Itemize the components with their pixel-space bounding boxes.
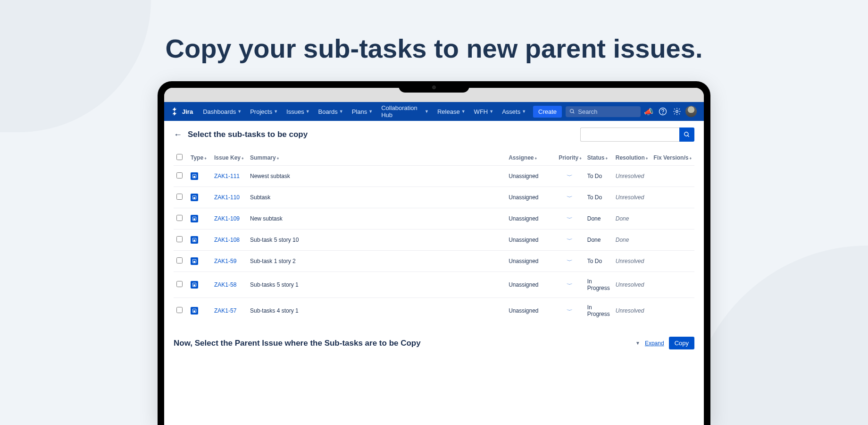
- priority-low-icon: ﹀: [567, 238, 573, 243]
- col-fix-version[interactable]: Fix Version/s♦: [651, 150, 694, 166]
- nav-boards[interactable]: Boards▼: [315, 106, 347, 118]
- priority-low-icon: ﹀: [567, 174, 573, 179]
- megaphone-icon[interactable]: 📣: [643, 104, 655, 119]
- sort-icon: ♦: [242, 156, 244, 161]
- jira-icon: [171, 107, 179, 116]
- assignee-text: Unassigned: [509, 258, 538, 264]
- status-text: Done: [587, 237, 601, 243]
- assignee-text: Unassigned: [509, 215, 538, 222]
- tablet-camera: [432, 85, 436, 89]
- top-nav: Jira Dashboards▼ Projects▼ Issues▼ Board…: [164, 102, 704, 121]
- issue-key-link[interactable]: ZAK1-59: [214, 258, 236, 264]
- row-checkbox[interactable]: [176, 215, 183, 221]
- nav-label: Collaboration Hub: [381, 104, 423, 119]
- app: Jira Dashboards▼ Projects▼ Issues▼ Board…: [164, 102, 704, 425]
- col-summary[interactable]: Summary♦: [247, 150, 506, 166]
- summary-text: Subtask: [250, 194, 270, 201]
- hero-title: Copy your sub-tasks to new parent issues…: [0, 33, 868, 64]
- resolution-text: Unresolved: [616, 173, 644, 179]
- issue-key-link[interactable]: ZAK1-111: [214, 173, 240, 179]
- status-text: To Do: [587, 173, 602, 179]
- resolution-text: Unresolved: [616, 258, 644, 264]
- sort-icon: ♦: [277, 156, 279, 161]
- nav-dashboards[interactable]: Dashboards▼: [200, 106, 245, 118]
- nav-plans[interactable]: Plans▼: [349, 106, 376, 118]
- summary-text: Newest subtask: [250, 173, 290, 179]
- row-checkbox[interactable]: [176, 281, 183, 287]
- col-resolution[interactable]: Resolution♦: [613, 150, 651, 166]
- sort-icon: ♦: [689, 156, 692, 161]
- summary-text: Sub-tasks 4 story 1: [250, 307, 299, 314]
- bg-shape-right: [689, 246, 868, 425]
- nav-label: Assets: [502, 108, 520, 115]
- nav-label: Issues: [286, 108, 304, 115]
- priority-low-icon: ﹀: [567, 308, 573, 314]
- back-arrow-icon[interactable]: ←: [174, 130, 182, 140]
- nav-projects[interactable]: Projects▼: [247, 106, 281, 118]
- resolution-text: Done: [616, 237, 629, 243]
- priority-low-icon: ﹀: [567, 216, 573, 221]
- nav-search-input[interactable]: [578, 108, 636, 115]
- chevron-down-icon: ▼: [274, 109, 278, 114]
- subtask-type-icon: [191, 236, 198, 244]
- page-search-button[interactable]: [679, 128, 694, 142]
- nav-label: Plans: [352, 108, 367, 115]
- copy-button[interactable]: Copy: [669, 337, 694, 349]
- nav-issues[interactable]: Issues▼: [283, 106, 313, 118]
- resolution-text: Unresolved: [616, 194, 644, 201]
- logo[interactable]: Jira: [171, 107, 193, 116]
- logo-text: Jira: [182, 108, 193, 115]
- col-status[interactable]: Status♦: [584, 150, 613, 166]
- chevron-down-icon: ▼: [306, 109, 310, 114]
- avatar[interactable]: [685, 104, 697, 119]
- summary-text: New subtask: [250, 215, 283, 222]
- chevron-down-icon: ▼: [522, 109, 526, 114]
- nav-collab-hub[interactable]: Collaboration Hub▼: [378, 102, 432, 121]
- col-issue-key[interactable]: Issue Key♦: [211, 150, 247, 166]
- issue-key-link[interactable]: ZAK1-108: [214, 237, 240, 243]
- table-row: ZAK1-57Sub-tasks 4 story 1Unassigned﹀In …: [174, 298, 694, 324]
- col-assignee[interactable]: Assignee♦: [506, 150, 556, 166]
- chevron-down-icon: ▼: [237, 109, 242, 114]
- row-checkbox[interactable]: [176, 172, 183, 178]
- page-search: [580, 128, 694, 142]
- sort-icon: ♦: [605, 156, 608, 161]
- status-text: Done: [587, 215, 601, 222]
- footer-row: Now, Select the Parent Issue where the S…: [174, 337, 694, 349]
- gear-icon[interactable]: [671, 104, 683, 119]
- subtask-table: Type♦ Issue Key♦ Summary♦ Assignee♦ Prio…: [174, 150, 694, 323]
- col-priority[interactable]: Priority♦: [556, 150, 584, 166]
- subtask-type-icon: [191, 281, 198, 289]
- issue-key-link[interactable]: ZAK1-58: [214, 281, 236, 288]
- nav-assets[interactable]: Assets▼: [499, 106, 529, 118]
- row-checkbox[interactable]: [176, 236, 183, 242]
- nav-label: Boards: [318, 108, 338, 115]
- page-search-input[interactable]: [580, 128, 679, 142]
- status-text: In Progress: [587, 304, 610, 317]
- svg-rect-10: [193, 197, 195, 199]
- subtask-type-icon: [191, 215, 198, 222]
- issue-key-link[interactable]: ZAK1-110: [214, 194, 240, 201]
- select-all-checkbox[interactable]: [176, 154, 183, 160]
- issue-key-link[interactable]: ZAK1-109: [214, 215, 240, 222]
- col-type[interactable]: Type♦: [188, 150, 211, 166]
- table-row: ZAK1-111Newest subtaskUnassigned﹀To DoUn…: [174, 166, 694, 187]
- row-checkbox[interactable]: [176, 194, 183, 200]
- nav-release[interactable]: Release▼: [434, 106, 469, 118]
- svg-point-0: [570, 109, 574, 112]
- chevron-down-icon[interactable]: ▼: [635, 340, 640, 346]
- create-button[interactable]: Create: [533, 106, 562, 118]
- nav-wfh[interactable]: WFH▼: [471, 106, 497, 118]
- footer-title: Now, Select the Parent Issue where the S…: [174, 339, 421, 348]
- tablet-frame: Jira Dashboards▼ Projects▼ Issues▼ Board…: [158, 81, 710, 425]
- row-checkbox[interactable]: [176, 307, 183, 313]
- nav-search[interactable]: [566, 106, 641, 117]
- nav-label: WFH: [474, 108, 488, 115]
- resolution-text: Unresolved: [616, 281, 644, 288]
- priority-low-icon: ﹀: [567, 259, 573, 264]
- svg-rect-12: [193, 218, 195, 220]
- help-icon[interactable]: [657, 104, 669, 119]
- issue-key-link[interactable]: ZAK1-57: [214, 307, 236, 314]
- expand-link[interactable]: Expand: [645, 340, 664, 347]
- row-checkbox[interactable]: [176, 257, 183, 264]
